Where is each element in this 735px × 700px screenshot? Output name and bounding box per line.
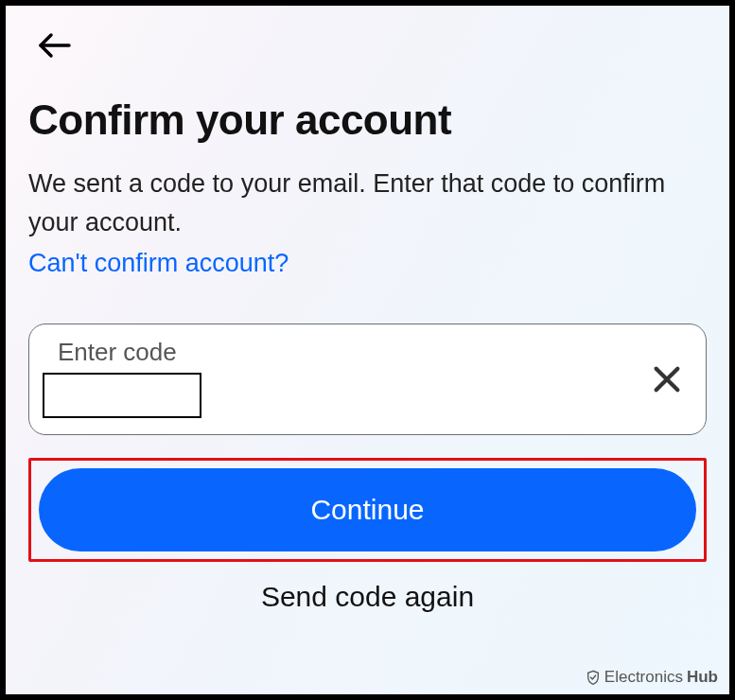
continue-highlight-box: Continue <box>28 458 707 562</box>
page-title: Confirm your account <box>28 96 707 144</box>
back-row <box>38 32 707 62</box>
shield-icon <box>586 669 601 686</box>
continue-button[interactable]: Continue <box>39 468 696 551</box>
watermark-brand-main: Electronics <box>604 668 683 687</box>
code-input-container[interactable]: Enter code <box>28 324 707 435</box>
watermark-brand-sub: Hub <box>687 668 718 687</box>
send-code-again-button[interactable]: Send code again <box>28 581 707 613</box>
watermark: Electronics Hub <box>586 668 718 687</box>
back-arrow-icon[interactable] <box>38 32 72 59</box>
screen-container: Confirm your account We sent a code to y… <box>0 0 735 700</box>
code-input-label: Enter code <box>58 338 683 367</box>
code-input[interactable] <box>43 373 201 418</box>
close-icon[interactable] <box>651 363 683 395</box>
instruction-text: We sent a code to your email. Enter that… <box>28 165 707 241</box>
cant-confirm-link[interactable]: Can't confirm account? <box>28 249 289 278</box>
